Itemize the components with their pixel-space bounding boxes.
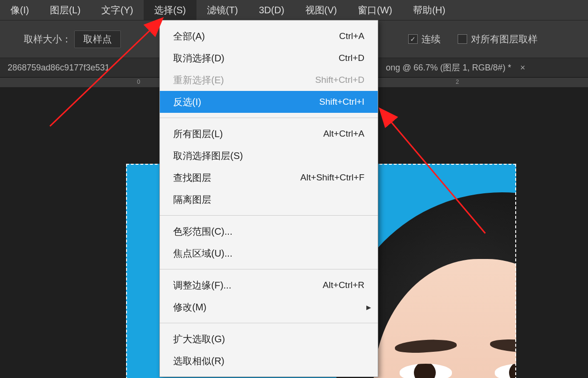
menu-item-modify[interactable]: 修改(M) ▶: [160, 296, 378, 318]
menu-item-similar[interactable]: 选取相似(R): [160, 350, 378, 372]
menu-layer[interactable]: 图层(L): [39, 0, 91, 20]
menu-item-label: 查找图层: [173, 171, 211, 184]
menu-item-all[interactable]: 全部(A) Ctrl+A: [160, 25, 378, 47]
ruler-tick: 2: [456, 79, 459, 85]
contiguous-label: 连续: [421, 33, 441, 46]
all-layers-label: 对所有图层取样: [471, 33, 538, 46]
menu-view[interactable]: 视图(V): [295, 0, 348, 20]
menu-select[interactable]: 选择(S): [144, 0, 196, 20]
menu-item-reselect: 重新选择(E) Shift+Ctrl+D: [160, 69, 378, 91]
menu-item-shortcut: Alt+Ctrl+R: [323, 280, 364, 290]
menu-item-label: 选取相似(R): [173, 355, 225, 368]
menu-item-label: 调整边缘(F)...: [173, 279, 231, 292]
menu-item-shortcut: Shift+Ctrl+I: [319, 97, 364, 107]
contiguous-checkbox[interactable]: ✓ 连续: [408, 33, 441, 46]
checkbox-icon: [458, 34, 467, 44]
menu-window[interactable]: 窗口(W): [347, 0, 402, 20]
menu-3d[interactable]: 3D(D): [248, 0, 294, 20]
menu-item-label: 重新选择(E): [173, 74, 224, 87]
menu-item-label: 色彩范围(C)...: [173, 225, 232, 238]
checkbox-icon: ✓: [408, 34, 418, 44]
menu-text[interactable]: 文字(Y): [91, 0, 144, 20]
tab-title: ong @ 66.7% (图层 1, RGB/8#) *: [386, 63, 511, 72]
menu-item-shortcut: Ctrl+A: [339, 31, 364, 41]
menu-item-label: 焦点区域(U)...: [173, 247, 232, 260]
menu-item-find-layers[interactable]: 查找图层 Alt+Shift+Ctrl+F: [160, 167, 378, 189]
menu-item-label: 取消选择(D): [173, 52, 225, 65]
menu-item-shortcut: Ctrl+D: [339, 53, 364, 63]
menu-item-isolate-layers[interactable]: 隔离图层: [160, 189, 378, 210]
menu-image[interactable]: 像(I): [0, 0, 39, 20]
menubar: 像(I) 图层(L) 文字(Y) 选择(S) 滤镜(T) 3D(D) 视图(V)…: [0, 0, 588, 20]
menu-item-label: 隔离图层: [173, 193, 211, 206]
all-layers-checkbox[interactable]: 对所有图层取样: [458, 33, 538, 46]
menu-item-focus-area[interactable]: 焦点区域(U)...: [160, 242, 378, 264]
ruler-tick: 0: [137, 79, 140, 85]
menu-item-shortcut: Alt+Ctrl+A: [323, 129, 364, 139]
menu-item-label: 反选(I): [173, 96, 201, 109]
close-icon[interactable]: ×: [520, 63, 525, 72]
menu-item-refine-edge[interactable]: 调整边缘(F)... Alt+Ctrl+R: [160, 274, 378, 296]
menu-item-inverse[interactable]: 反选(I) Shift+Ctrl+I: [160, 91, 378, 113]
document-tab-2[interactable]: ong @ 66.7% (图层 1, RGB/8#) * ×: [378, 58, 533, 77]
menu-item-shortcut: Alt+Shift+Ctrl+F: [300, 172, 364, 183]
document-tab-1[interactable]: 2868759ad86c9177f3e531: [0, 58, 172, 77]
menu-item-shortcut: Shift+Ctrl+D: [315, 75, 364, 85]
menu-item-label: 所有图层(L): [173, 128, 223, 140]
sample-size-label: 取样大小：: [24, 33, 71, 46]
menu-item-label: 扩大选取(G): [173, 333, 225, 346]
portrait-eye: [400, 364, 452, 378]
sample-size-field[interactable]: 取样点: [74, 30, 121, 48]
menu-filter[interactable]: 滤镜(T): [196, 0, 249, 20]
menu-item-grow[interactable]: 扩大选取(G): [160, 328, 378, 350]
menu-item-color-range[interactable]: 色彩范围(C)...: [160, 220, 378, 242]
menu-item-deselect[interactable]: 取消选择(D) Ctrl+D: [160, 47, 378, 69]
select-menu-dropdown: 全部(A) Ctrl+A 取消选择(D) Ctrl+D 重新选择(E) Shif…: [159, 20, 378, 377]
menu-item-label: 取消选择图层(S): [173, 149, 243, 162]
menu-item-deselect-layers[interactable]: 取消选择图层(S): [160, 145, 378, 167]
menu-item-all-layers[interactable]: 所有图层(L) Alt+Ctrl+A: [160, 123, 378, 145]
menu-item-label: 全部(A): [173, 30, 205, 43]
menu-help[interactable]: 帮助(H): [402, 0, 456, 20]
submenu-arrow-icon: ▶: [366, 304, 371, 311]
menu-item-label: 修改(M): [173, 301, 206, 314]
